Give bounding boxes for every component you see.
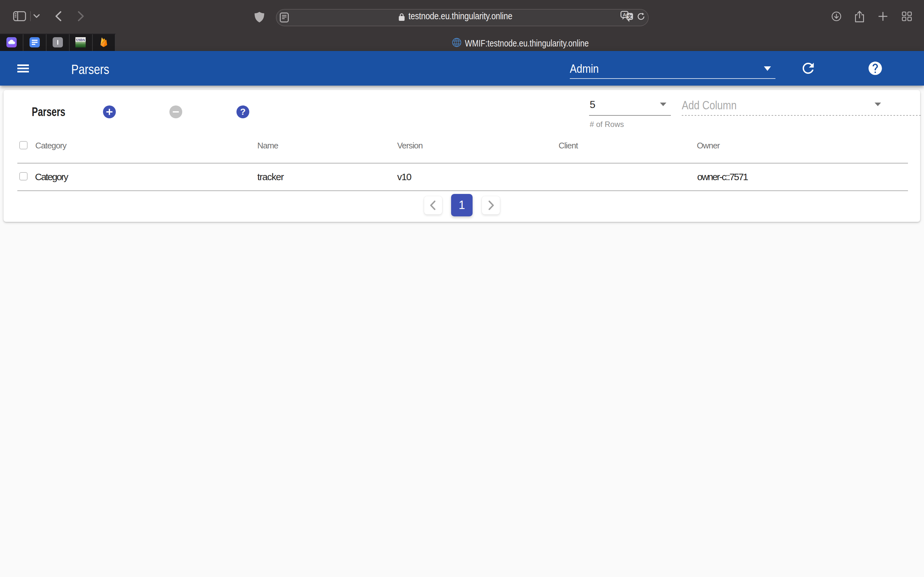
svg-text:USDA: USDA bbox=[76, 38, 85, 42]
svg-text:A: A bbox=[623, 12, 626, 17]
svg-text:文: 文 bbox=[627, 14, 632, 19]
